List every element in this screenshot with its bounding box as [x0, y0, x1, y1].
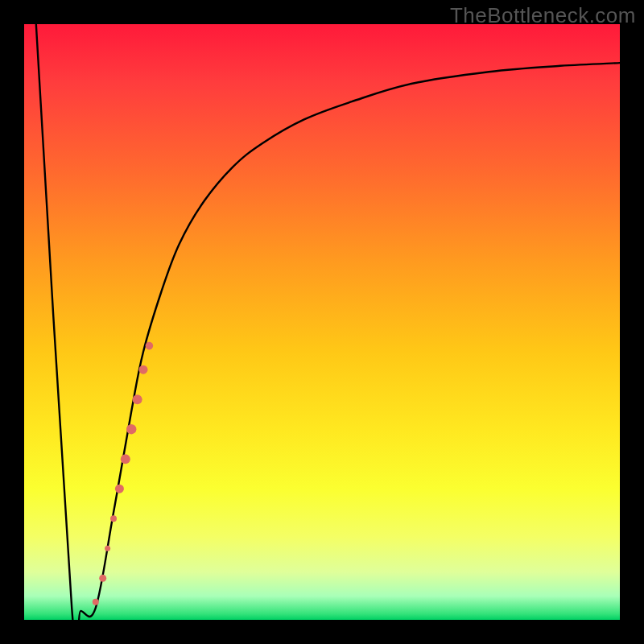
highlight-dot	[133, 394, 142, 404]
highlight-dot	[99, 575, 106, 582]
highlight-dot	[126, 424, 136, 434]
highlight-dot	[139, 365, 148, 374]
highlight-dot	[105, 546, 110, 551]
highlight-dot	[93, 599, 99, 605]
chart-frame: TheBottleneck.com	[0, 0, 644, 644]
curve-layer	[24, 24, 620, 620]
bottleneck-curve	[36, 24, 620, 620]
highlight-band	[93, 342, 153, 605]
watermark-text: TheBottleneck.com	[450, 3, 636, 28]
highlight-dot	[146, 342, 154, 350]
plot-area	[24, 24, 620, 620]
highlight-dot	[121, 454, 130, 464]
highlight-dot	[115, 485, 124, 493]
highlight-dot	[110, 515, 117, 522]
